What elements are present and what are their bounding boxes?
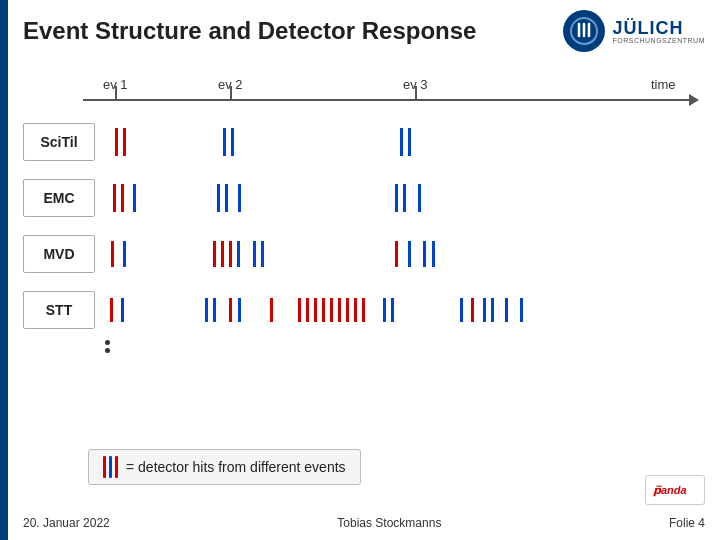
hit — [225, 184, 228, 212]
mvd-hits — [105, 235, 705, 273]
mvd-label: MVD — [23, 235, 95, 273]
legend-hits-sample — [103, 456, 118, 478]
hit — [237, 241, 240, 267]
hit — [460, 298, 463, 322]
panda-logo-svg: p̅anda — [648, 478, 703, 503]
hit — [408, 128, 411, 156]
hit — [205, 298, 208, 322]
hit — [362, 298, 365, 322]
hit — [408, 241, 411, 267]
detector-row-mvd: MVD — [23, 228, 705, 280]
timeline-line — [83, 99, 695, 101]
hit — [238, 298, 241, 322]
hit — [223, 128, 226, 156]
hit — [229, 298, 232, 322]
hit — [253, 241, 256, 267]
legend-hit-blue — [109, 456, 112, 478]
hit — [395, 184, 398, 212]
logo-text: JÜLICH FORSCHUNGSZENTRUM — [613, 19, 706, 44]
julich-logo-circle — [563, 10, 605, 52]
hit — [133, 184, 136, 212]
detector-row-stt: STT — [23, 284, 705, 336]
main-content: Event Structure and Detector Response JÜ… — [8, 0, 720, 540]
hit — [400, 128, 403, 156]
hit — [505, 298, 508, 322]
hit — [471, 298, 474, 322]
detector-row-emc: EMC — [23, 172, 705, 224]
hit — [217, 184, 220, 212]
time-label: time — [651, 77, 676, 92]
hit — [238, 184, 241, 212]
hit — [221, 241, 224, 267]
hit — [423, 241, 426, 267]
dot1 — [105, 340, 110, 345]
hit — [346, 298, 349, 322]
legend-area: = detector hits from different events — [88, 449, 361, 485]
hit — [391, 298, 394, 322]
hit — [432, 241, 435, 267]
header: Event Structure and Detector Response JÜ… — [23, 10, 705, 52]
hit — [111, 241, 114, 267]
hit — [383, 298, 386, 322]
stt-hits — [105, 291, 705, 329]
julich-logo-svg — [565, 12, 603, 50]
emc-label: EMC — [23, 179, 95, 217]
hit — [121, 298, 124, 322]
tick-ev2 — [230, 86, 232, 100]
legend-hit-red — [103, 456, 106, 478]
hit — [306, 298, 309, 322]
logo-area: JÜLICH FORSCHUNGSZENTRUM — [563, 10, 706, 52]
page-title: Event Structure and Detector Response — [23, 17, 476, 45]
hit — [483, 298, 486, 322]
legend-hit-red2 — [115, 456, 118, 478]
tick-ev1 — [115, 86, 117, 100]
hit — [354, 298, 357, 322]
hit — [298, 298, 301, 322]
scitil-hits — [105, 123, 705, 161]
timeline-arrowhead — [689, 94, 699, 106]
hit — [338, 298, 341, 322]
timeline-labels: ev 1 ev 2 ev 3 time — [23, 64, 705, 92]
hit — [115, 128, 118, 156]
logo-subtitle-text: FORSCHUNGSZENTRUM — [613, 37, 706, 44]
hit — [213, 241, 216, 267]
detector-row-scitil: SciTil — [23, 116, 705, 168]
dot2 — [105, 348, 110, 353]
hit — [110, 298, 113, 322]
hit — [395, 241, 398, 267]
timeline-area: ev 1 ev 2 ev 3 time — [23, 64, 705, 108]
hit — [491, 298, 494, 322]
logo-julich-text: JÜLICH — [613, 19, 706, 37]
footer: 20. Januar 2022 Tobias Stockmanns Folie … — [23, 516, 705, 530]
footer-author: Tobias Stockmanns — [337, 516, 441, 530]
emc-hits — [105, 179, 705, 217]
hit — [270, 298, 273, 322]
stt-label: STT — [23, 291, 95, 329]
hit — [314, 298, 317, 322]
hit — [231, 128, 234, 156]
legend-text: = detector hits from different events — [126, 459, 346, 475]
hit — [322, 298, 325, 322]
timeline-arrow-row — [23, 92, 705, 108]
panda-logo: p̅anda — [645, 475, 705, 505]
hit — [418, 184, 421, 212]
hit — [123, 241, 126, 267]
hit — [123, 128, 126, 156]
footer-date: 20. Januar 2022 — [23, 516, 110, 530]
hit — [330, 298, 333, 322]
hit — [113, 184, 116, 212]
hit — [520, 298, 523, 322]
footer-folie: Folie 4 — [669, 516, 705, 530]
svg-text:p̅anda: p̅anda — [653, 484, 687, 497]
left-accent — [0, 0, 8, 540]
hit — [213, 298, 216, 322]
scitil-label: SciTil — [23, 123, 95, 161]
hit — [403, 184, 406, 212]
hit — [261, 241, 264, 267]
dots-row — [105, 340, 705, 353]
hit — [229, 241, 232, 267]
hit — [121, 184, 124, 212]
tick-ev3 — [415, 86, 417, 100]
